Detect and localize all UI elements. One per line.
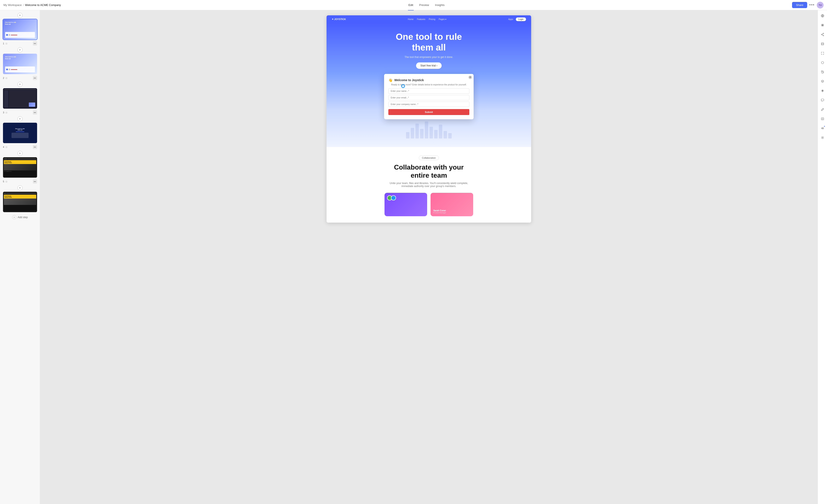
- pen-icon[interactable]: [820, 107, 826, 112]
- site-hero-cta[interactable]: Start free trial ›: [416, 62, 441, 69]
- database-icon[interactable]: [820, 41, 826, 47]
- tab-edit[interactable]: Edit: [408, 3, 414, 7]
- site-modal-company-input[interactable]: [388, 102, 469, 107]
- collab-person-name: Sarah Coner: [433, 209, 446, 212]
- step-num-4: 4 ⊡: [3, 146, 7, 148]
- svg-point-5: [823, 35, 824, 36]
- svg-point-7: [821, 62, 824, 64]
- step-item-5[interactable]: Good EnergyRadical Power. Us Contact Us …: [3, 157, 38, 184]
- site-modal-close-button[interactable]: ×: [469, 76, 472, 79]
- collab-cards: Sarah Coner Product Manager: [332, 193, 526, 216]
- more-button[interactable]: •••: [809, 3, 815, 7]
- step-num-1: 1 ⊡: [3, 42, 7, 45]
- breadcrumb: My Workspace / Welcome to ACME Company: [3, 3, 61, 7]
- topbar: My Workspace / Welcome to ACME Company E…: [0, 0, 827, 10]
- settings-icon[interactable]: [820, 134, 826, 141]
- main-layout: + One tool to rulethem all 1 ⊡: [0, 10, 827, 504]
- add-step-button[interactable]: + Add step: [12, 214, 28, 221]
- step-item-1[interactable]: One tool to rulethem all 1 ⊡ •••: [3, 19, 38, 46]
- add-between-5-6-button[interactable]: +: [17, 185, 22, 190]
- audio-notification-dot: [824, 126, 825, 127]
- site-modal-email-input[interactable]: [388, 95, 469, 100]
- history-icon[interactable]: [820, 69, 826, 75]
- circle-icon[interactable]: [820, 60, 826, 66]
- expand-icon[interactable]: [820, 50, 826, 56]
- site-nav-apps[interactable]: Apps: [508, 18, 513, 20]
- step-item-3[interactable]: 3 ⊡ •••: [3, 88, 38, 115]
- canvas-frame: ✦ JOYSTICK Home Features Pricing Pages ▾…: [327, 15, 531, 223]
- thumb-6-body: Good EnergyRadical Power.: [4, 195, 36, 211]
- svg-point-4: [821, 34, 822, 35]
- tab-preview[interactable]: Preview: [419, 3, 430, 7]
- thumb-2-dot-gray: [8, 69, 10, 70]
- thumb-6-address: [7, 193, 36, 194]
- step-1-icons: •••: [33, 41, 37, 46]
- bar-10: [448, 133, 452, 138]
- bar-4: [420, 129, 424, 138]
- step-footer-3: 3 ⊡ •••: [3, 110, 38, 115]
- site-modal-header: 👋 Welcome to Joystick: [388, 78, 469, 82]
- site-nav-home[interactable]: Home: [408, 18, 414, 20]
- comment-icon[interactable]: [820, 97, 826, 103]
- thumb-1-card: [5, 32, 35, 38]
- add-between-1-2-button[interactable]: +: [17, 47, 22, 52]
- collab-person-info: Sarah Coner Product Manager: [433, 209, 446, 214]
- collab-avatar-row: [387, 195, 396, 201]
- step-2-more-button[interactable]: •••: [33, 76, 37, 80]
- layers-icon[interactable]: [820, 78, 826, 85]
- user-avatar[interactable]: TU: [817, 2, 824, 8]
- thumb-5-inner: Good EnergyRadical Power. Us Contact Us …: [3, 157, 37, 178]
- thumb-1-bg: One tool to rulethem all: [3, 19, 37, 40]
- step-3-more-button[interactable]: •••: [33, 110, 37, 115]
- step-1-more-button[interactable]: •••: [33, 41, 37, 46]
- bar-9: [444, 131, 447, 138]
- site-login-button[interactable]: Login: [516, 17, 526, 21]
- add-before-step1-button[interactable]: +: [17, 13, 22, 18]
- step-5-more-button[interactable]: •••: [33, 179, 37, 184]
- thumb-2-text: One tool to rulethem all: [5, 56, 16, 60]
- step-item-6[interactable]: Good EnergyRadical Power.: [3, 191, 38, 213]
- project-label[interactable]: Welcome to ACME Company: [25, 3, 61, 7]
- book-icon[interactable]: [820, 116, 826, 122]
- step-5-frame-icon: ⊡: [6, 180, 7, 183]
- thumb-5-body: Good EnergyRadical Power. Us Contact Us …: [4, 160, 36, 177]
- thumb-6-nav: [4, 192, 36, 194]
- site-modal-submit-button[interactable]: Submit: [388, 109, 469, 115]
- site-hero: One tool to rule them all The tool that …: [327, 23, 531, 147]
- step-4-more-button[interactable]: •••: [33, 145, 37, 149]
- add-between-3-4-button[interactable]: +: [17, 116, 22, 121]
- collab-card-pink: Sarah Coner Product Manager: [431, 193, 473, 216]
- canvas-area[interactable]: ✦ JOYSTICK Home Features Pricing Pages ▾…: [40, 10, 818, 504]
- sparkle-icon[interactable]: [820, 88, 826, 94]
- add-between-2-3-button[interactable]: +: [17, 82, 22, 87]
- site-nav-pricing[interactable]: Pricing: [429, 18, 435, 20]
- site-modal-name-input[interactable]: [388, 89, 469, 94]
- thumb-4-card: [11, 133, 29, 138]
- step-item-2[interactable]: One tool to rulethem all 2 ⊡ •••: [3, 53, 38, 81]
- workspace-label[interactable]: My Workspace: [3, 3, 22, 7]
- thumb-4-inner: One tool to rulethem all: [3, 123, 37, 143]
- site-nav-right: Apps Login: [508, 17, 526, 21]
- audio-icon[interactable]: [820, 125, 826, 131]
- step-item-4[interactable]: One tool to rulethem all 4 ⊡ •••: [3, 122, 38, 150]
- step-footer-1: 1 ⊡ •••: [3, 41, 38, 46]
- globe-icon[interactable]: [820, 13, 826, 19]
- collab-person-role: Product Manager: [433, 212, 446, 214]
- node-icon[interactable]: [820, 22, 826, 28]
- step-5-icons: •••: [33, 179, 37, 184]
- collab-title: Collaborate with your entire team: [332, 163, 526, 180]
- step-thumb-1: One tool to rulethem all: [3, 19, 38, 40]
- share-button[interactable]: Share: [792, 2, 807, 8]
- collab-avatar-blue: [391, 195, 396, 201]
- site-nav-pages[interactable]: Pages ▾: [439, 18, 446, 20]
- tab-insights[interactable]: Insights: [435, 3, 445, 7]
- thumb-2-line-red: [11, 69, 17, 70]
- topbar-actions: Share ••• TU: [792, 2, 824, 8]
- site-nav-features[interactable]: Features: [417, 18, 425, 20]
- thumb-5-dot2: [6, 159, 7, 159]
- share-network-icon[interactable]: [820, 32, 826, 38]
- collab-badge: Collaboration: [419, 156, 439, 160]
- svg-point-1: [822, 24, 823, 26]
- add-between-4-5-button[interactable]: +: [17, 151, 22, 156]
- add-step-label: Add step: [18, 216, 28, 219]
